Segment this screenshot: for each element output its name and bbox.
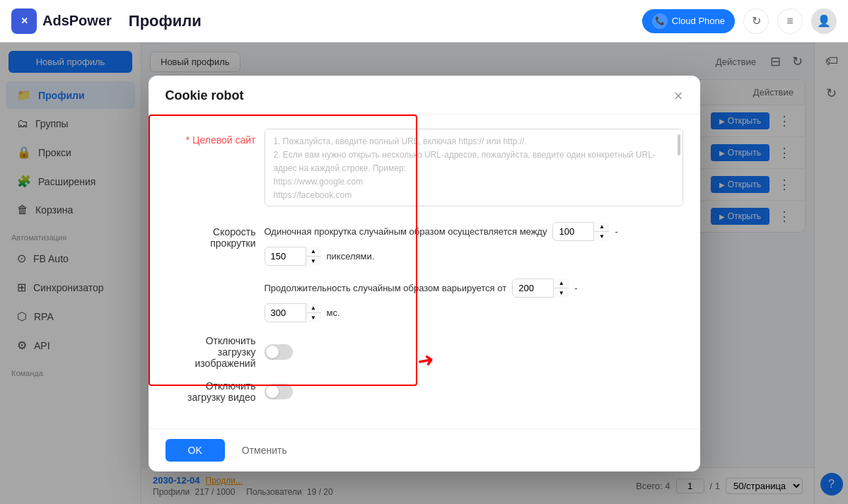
textarea-scrollbar — [678, 134, 680, 156]
cloud-phone-label: Cloud Phone — [672, 16, 725, 26]
scroll-val1-spinners: ▲ ▼ — [593, 222, 609, 241]
required-star: * — [186, 134, 192, 146]
scroll-val1-down[interactable]: ▼ — [594, 232, 609, 241]
duration-val2-up[interactable]: ▲ — [306, 303, 321, 313]
cloud-phone-button[interactable]: 📞 Cloud Phone — [642, 9, 735, 33]
scroll-val2-up[interactable]: ▲ — [306, 247, 321, 257]
modal-footer: OK Отменить — [149, 428, 700, 471]
target-site-row: * Целевой сайт 1. Пожалуйста, введите по… — [165, 129, 683, 209]
disable-images-label: Отключить загрузку изображений — [165, 335, 265, 369]
scroll-unit: пикселями. — [327, 251, 375, 262]
scroll-val1-wrapper: ▲ ▼ — [552, 222, 609, 241]
modal-body: * Целевой сайт 1. Пожалуйста, введите по… — [149, 115, 700, 428]
header: ✕ AdsPower Профили 📞 Cloud Phone ↻ ≡ 👤 — [0, 0, 848, 42]
duration-line2: ▲ ▼ мс. — [265, 303, 683, 322]
logo: ✕ AdsPower — [11, 8, 112, 34]
disable-video-row: Отключить загрузку видео — [165, 380, 683, 403]
page-title: Профили — [129, 12, 642, 30]
disable-video-toggle[interactable] — [265, 384, 293, 399]
duration-val2-wrapper: ▲ ▼ — [265, 303, 321, 322]
duration-label — [165, 279, 265, 283]
duration-val1-up[interactable]: ▲ — [554, 279, 569, 288]
scroll-speed-label-text: Скорость прокрутки — [210, 226, 255, 249]
duration-line1: Продолжительность случайным образом варь… — [265, 279, 683, 298]
modal-close-button[interactable]: × — [674, 88, 683, 104]
target-site-field: 1. Пожалуйста, введите полный URL, включ… — [265, 129, 683, 209]
logo-icon: ✕ — [11, 8, 37, 34]
modal: Cookie robot × * Целевой сайт 1. Пожалуй… — [149, 76, 700, 471]
scroll-dash-1: - — [615, 226, 617, 237]
modal-header: Cookie robot × — [149, 76, 700, 115]
scroll-speed-line1: Одиночная прокрутка случайным образом ос… — [265, 222, 683, 241]
nav-list-button[interactable]: ≡ — [777, 8, 803, 34]
duration-content: Продолжительность случайным образом варь… — [265, 279, 683, 322]
scroll-speed-row: Скорость прокрутки Одиночная прокрутка с… — [165, 222, 683, 266]
duration-val2-spinners: ▲ ▼ — [306, 303, 321, 322]
duration-row: Продолжительность случайным образом варь… — [165, 279, 683, 322]
duration-val2-down[interactable]: ▼ — [306, 313, 321, 322]
duration-val1-down[interactable]: ▼ — [554, 288, 569, 298]
scroll-desc-1: Одиночная прокрутка случайным образом ос… — [265, 226, 547, 237]
disable-images-label-text: Отключить загрузку изображений — [195, 335, 256, 369]
modal-ok-button[interactable]: OK — [165, 439, 225, 462]
disable-video-toggle-knob — [266, 385, 279, 398]
modal-title: Cookie robot — [165, 88, 244, 103]
disable-video-label: Отключить загрузку видео — [165, 380, 265, 403]
scroll-val2-wrapper: ▲ ▼ — [265, 247, 321, 266]
main-layout: Новый профиль 📁 Профили 🗂 Группы 🔒 Прокс… — [0, 42, 848, 504]
logo-icon-text: ✕ — [21, 16, 28, 26]
target-site-label-text: Целевой сайт — [192, 134, 255, 146]
scroll-val2-spinners: ▲ ▼ — [306, 247, 321, 266]
target-site-label: * Целевой сайт — [165, 129, 265, 146]
nav-refresh-button[interactable]: ↻ — [743, 8, 769, 34]
disable-images-toggle[interactable] — [265, 344, 293, 360]
scroll-speed-line2: ▲ ▼ пикселями. — [265, 247, 683, 266]
duration-unit: мс. — [327, 307, 340, 318]
disable-video-label-text: Отключить загрузку видео — [187, 380, 256, 403]
duration-desc: Продолжительность случайным образом варь… — [265, 283, 507, 293]
scroll-speed-label: Скорость прокрутки — [165, 222, 265, 249]
target-site-textarea[interactable]: 1. Пожалуйста, введите полный URL, включ… — [265, 129, 683, 206]
modal-cancel-button[interactable]: Отменить — [233, 439, 296, 462]
duration-val1-wrapper: ▲ ▼ — [512, 279, 569, 298]
nav-user-button[interactable]: 👤 — [811, 8, 837, 34]
disable-images-toggle-knob — [266, 346, 279, 358]
scroll-val2-down[interactable]: ▼ — [306, 257, 321, 266]
scroll-speed-content: Одиночная прокрутка случайным образом ос… — [265, 222, 683, 266]
duration-val1-spinners: ▲ ▼ — [553, 279, 569, 298]
red-arrow: ➜ — [415, 347, 435, 373]
header-actions: 📞 Cloud Phone ↻ ≡ 👤 — [642, 8, 837, 34]
duration-dash: - — [574, 283, 577, 293]
scroll-val1-up[interactable]: ▲ — [594, 222, 609, 232]
logo-text: AdsPower — [42, 13, 112, 29]
cloud-phone-icon: 📞 — [652, 13, 668, 29]
modal-overlay: Cookie robot × * Целевой сайт 1. Пожалуй… — [0, 42, 848, 504]
